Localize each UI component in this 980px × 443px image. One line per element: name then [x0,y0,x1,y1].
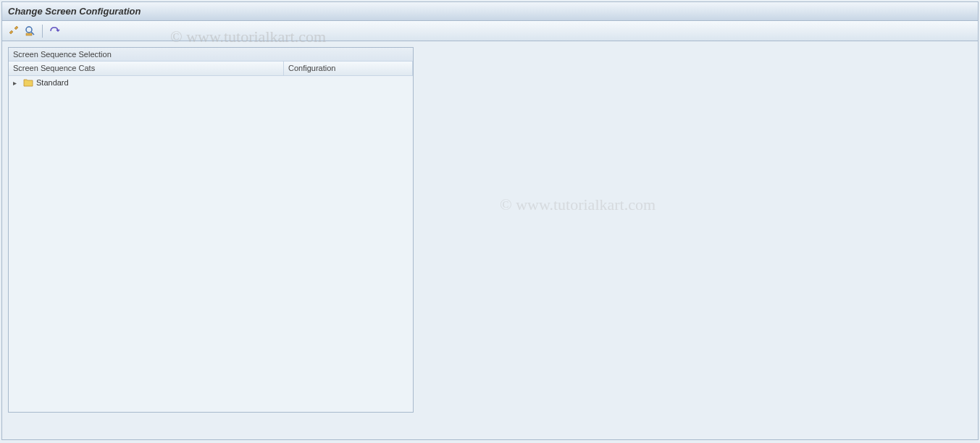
tree-node-label: Standard [36,78,69,87]
title-bar: Change Screen Configuration [2,2,978,21]
column-header-cats[interactable]: Screen Sequence Cats [9,62,284,75]
panel-header: Screen Sequence Selection [9,48,413,62]
arrow-curve-icon [49,25,60,37]
svg-rect-2 [26,33,32,35]
activity-button[interactable] [47,24,62,38]
column-header-config[interactable]: Configuration [284,62,413,75]
display-change-toggle-button[interactable] [7,24,21,38]
tree-node-standard[interactable]: ▸ Standard [9,76,413,89]
toolbar [2,21,978,41]
svg-point-0 [26,27,32,33]
tree-area[interactable]: ▸ Standard [9,76,413,412]
folder-closed-icon [23,78,33,87]
table-header: Screen Sequence Cats Configuration [9,62,413,76]
other-object-button[interactable] [23,24,38,38]
glasses-pencil-icon [8,25,20,37]
main-container: Change Screen Configuration Scr [1,1,979,440]
inspect-icon [25,25,36,37]
content-area: Screen Sequence Selection Screen Sequenc… [2,41,978,418]
tree-panel: Screen Sequence Selection Screen Sequenc… [8,47,414,413]
chevron-right-icon[interactable]: ▸ [13,79,20,87]
toolbar-separator [42,25,43,38]
page-title: Change Screen Configuration [8,6,141,17]
